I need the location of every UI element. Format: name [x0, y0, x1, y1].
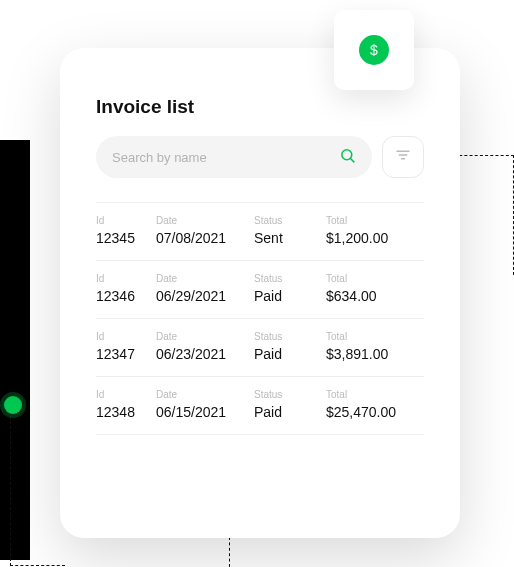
search-box[interactable] [96, 136, 372, 178]
dashed-connector-bottom [110, 537, 230, 567]
filter-button[interactable] [382, 136, 424, 178]
dashed-connector-right [454, 155, 514, 275]
cell-id: 12347 [96, 346, 156, 362]
cell-status: Sent [254, 230, 326, 246]
col-date-label: Date [156, 389, 254, 400]
cell-status: Paid [254, 346, 326, 362]
cell-date: 06/29/2021 [156, 288, 254, 304]
cell-total: $634.00 [326, 288, 424, 304]
col-status-label: Status [254, 215, 326, 226]
search-icon[interactable] [339, 147, 356, 168]
col-total-label: Total [326, 215, 424, 226]
table-row[interactable]: Id12345 Date07/08/2021 StatusSent Total$… [96, 203, 424, 261]
cell-total: $1,200.00 [326, 230, 424, 246]
table-row[interactable]: Id12347 Date06/23/2021 StatusPaid Total$… [96, 319, 424, 377]
col-id-label: Id [96, 389, 156, 400]
search-input[interactable] [112, 150, 339, 165]
cell-total: $25,470.00 [326, 404, 424, 420]
col-date-label: Date [156, 331, 254, 342]
invoice-table: Id12345 Date07/08/2021 StatusSent Total$… [96, 202, 424, 435]
cell-id: 12348 [96, 404, 156, 420]
col-total-label: Total [326, 389, 424, 400]
cell-date: 06/23/2021 [156, 346, 254, 362]
col-total-label: Total [326, 273, 424, 284]
dashed-connector-left [10, 416, 65, 566]
cell-date: 07/08/2021 [156, 230, 254, 246]
col-id-label: Id [96, 215, 156, 226]
search-row [96, 136, 424, 178]
page-title: Invoice list [96, 96, 424, 118]
dollar-badge: $ [334, 10, 414, 90]
cell-date: 06/15/2021 [156, 404, 254, 420]
cell-total: $3,891.00 [326, 346, 424, 362]
connector-dot [4, 396, 22, 414]
col-status-label: Status [254, 331, 326, 342]
cell-id: 12345 [96, 230, 156, 246]
invoice-card: Invoice list Id12345 Date0 [60, 48, 460, 538]
cell-id: 12346 [96, 288, 156, 304]
cell-status: Paid [254, 288, 326, 304]
table-row[interactable]: Id12348 Date06/15/2021 StatusPaid Total$… [96, 377, 424, 435]
col-total-label: Total [326, 331, 424, 342]
dollar-sign: $ [370, 42, 378, 58]
col-id-label: Id [96, 331, 156, 342]
col-id-label: Id [96, 273, 156, 284]
filter-icon [394, 146, 412, 168]
svg-line-1 [350, 158, 353, 161]
dollar-icon: $ [359, 35, 389, 65]
col-date-label: Date [156, 215, 254, 226]
cell-status: Paid [254, 404, 326, 420]
col-status-label: Status [254, 273, 326, 284]
col-date-label: Date [156, 273, 254, 284]
col-status-label: Status [254, 389, 326, 400]
table-row[interactable]: Id12346 Date06/29/2021 StatusPaid Total$… [96, 261, 424, 319]
